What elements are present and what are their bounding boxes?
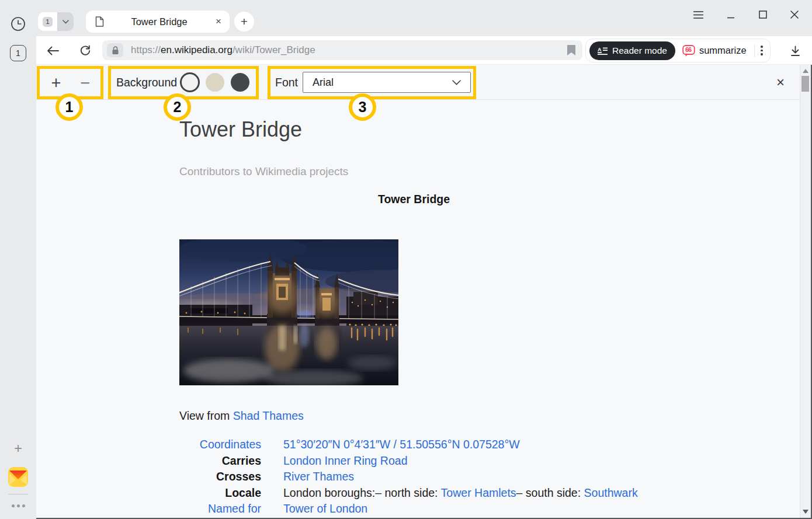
history-clock-icon[interactable] xyxy=(9,15,27,33)
address-bar[interactable]: https://en.wikipedia.org/wiki/Tower_Brid… xyxy=(102,40,582,60)
vertical-scrollbar[interactable] xyxy=(800,65,811,518)
article-title: Tower Bridge xyxy=(179,117,302,142)
crosses-label: Crosses xyxy=(179,469,261,485)
reader-mode-icon: A xyxy=(598,47,608,55)
lock-icon xyxy=(112,46,119,55)
tab-tower-bridge[interactable]: Tower Bridge × xyxy=(86,11,230,33)
reader-content: Tower Bridge Contributors to Wikimedia p… xyxy=(36,100,800,518)
download-icon xyxy=(790,46,801,57)
workspace-number: 1 xyxy=(43,17,53,27)
back-arrow-icon xyxy=(47,46,59,56)
tab-bar: 1 Tower Bridge × + xyxy=(36,0,812,36)
workspace-switcher[interactable]: 1 xyxy=(38,12,74,31)
actions-divider xyxy=(754,44,755,57)
tab-close-icon[interactable]: × xyxy=(214,16,223,27)
workspace-chevron-button[interactable] xyxy=(57,12,74,31)
coordinates-value-link[interactable]: 51°30′20″N 0°4′31″W / 51.50556°N 0.07528… xyxy=(283,438,520,451)
minimize-icon[interactable] xyxy=(722,6,740,23)
left-sidebar: 1 + xyxy=(0,0,36,519)
locale-text-2: – south side: xyxy=(516,486,584,499)
url-text: https://en.wikipedia.org/wiki/Tower_Brid… xyxy=(131,44,563,56)
reader-mode-button[interactable]: A Reader mode xyxy=(589,41,675,60)
more-actions-icon[interactable] xyxy=(757,43,766,59)
scroll-down-icon[interactable] xyxy=(803,510,808,514)
reader-mode-label: Reader mode xyxy=(612,46,667,56)
coordinates-label-link[interactable]: Coordinates xyxy=(179,437,261,453)
mail-app-icon[interactable] xyxy=(8,466,29,487)
tower-of-london-link[interactable]: Tower of London xyxy=(283,502,367,515)
svg-text:A: A xyxy=(598,47,602,53)
reload-icon xyxy=(79,45,91,57)
url-path: /wiki/Tower_Bridge xyxy=(233,44,315,55)
reader-settings-close-icon[interactable]: × xyxy=(771,73,790,92)
southwark-link[interactable]: Southwark xyxy=(584,486,638,499)
image-caption-text: View from xyxy=(179,409,233,422)
url-host: en.wikipedia.org xyxy=(161,44,233,55)
infobox-caption: Tower Bridge xyxy=(179,193,648,206)
new-tab-button[interactable]: + xyxy=(234,12,254,32)
chevron-down-icon xyxy=(63,20,69,24)
summarize-button[interactable]: 66 summarize xyxy=(682,44,747,57)
page-icon xyxy=(95,16,104,27)
infobox-row-locale: Locale London boroughs:– north side: Tow… xyxy=(179,485,734,501)
scroll-up-icon[interactable] xyxy=(803,69,808,73)
reload-button[interactable] xyxy=(77,42,94,60)
svg-text:66: 66 xyxy=(685,46,692,53)
tab-title: Tower Bridge xyxy=(104,16,214,27)
tower-bridge-photo xyxy=(179,239,398,385)
infobox-table: Coordinates 51°30′20″N 0°4′31″W / 51.505… xyxy=(179,437,734,517)
image-caption: View from Shad Thames xyxy=(179,409,304,423)
navigation-toolbar: https://en.wikipedia.org/wiki/Tower_Brid… xyxy=(36,36,812,65)
locale-label: Locale xyxy=(179,485,261,501)
sidebar-divider xyxy=(8,494,28,494)
browser-window: 1 + 1 Tower Bridge × xyxy=(0,0,812,519)
maximize-icon[interactable] xyxy=(754,6,772,23)
infobox-row-carries: Carries London Inner Ring Road xyxy=(179,453,734,469)
close-window-icon[interactable] xyxy=(786,6,803,23)
summarize-label: summarize xyxy=(699,45,747,56)
named-for-label-link[interactable]: Named for xyxy=(179,501,261,517)
annotation-box-background xyxy=(108,66,259,99)
sidebar-workspace-badge[interactable]: 1 xyxy=(10,45,26,61)
annotation-step-3: 3 xyxy=(349,93,376,121)
page-actions-group: A Reader mode 66 summarize xyxy=(585,39,771,62)
carries-value-link[interactable]: London Inner Ring Road xyxy=(283,454,408,467)
annotation-box-font xyxy=(268,66,476,99)
infobox-row-named-for: Named for Tower of London xyxy=(179,501,734,517)
scrollbar-thumb[interactable] xyxy=(801,76,809,92)
site-security-chip[interactable] xyxy=(107,43,123,57)
shad-thames-link[interactable]: Shad Thames xyxy=(233,409,304,422)
article-byline: Contributors to Wikimedia projects xyxy=(179,165,348,178)
infobox-row-crosses: Crosses River Thames xyxy=(179,469,734,485)
locale-text-1: London boroughs:– north side: xyxy=(283,486,441,499)
annotation-step-1: 1 xyxy=(55,93,83,121)
carries-label: Carries xyxy=(179,453,261,469)
downloads-button[interactable] xyxy=(786,42,804,60)
sidebar-add-panel-button[interactable]: + xyxy=(9,440,27,457)
summarize-quote-icon: 66 xyxy=(682,44,695,57)
sidebar-more-button[interactable] xyxy=(9,501,27,510)
browser-menu-icon[interactable] xyxy=(689,6,707,23)
tower-hamlets-link[interactable]: Tower Hamlets xyxy=(441,486,516,499)
annotation-step-2: 2 xyxy=(164,93,191,121)
crosses-value-link[interactable]: River Thames xyxy=(283,470,354,483)
bookmark-icon[interactable] xyxy=(567,45,575,55)
back-button[interactable] xyxy=(44,42,61,60)
url-scheme: https:// xyxy=(131,44,161,55)
infobox-row-coordinates: Coordinates 51°30′20″N 0°4′31″W / 51.505… xyxy=(179,437,734,453)
